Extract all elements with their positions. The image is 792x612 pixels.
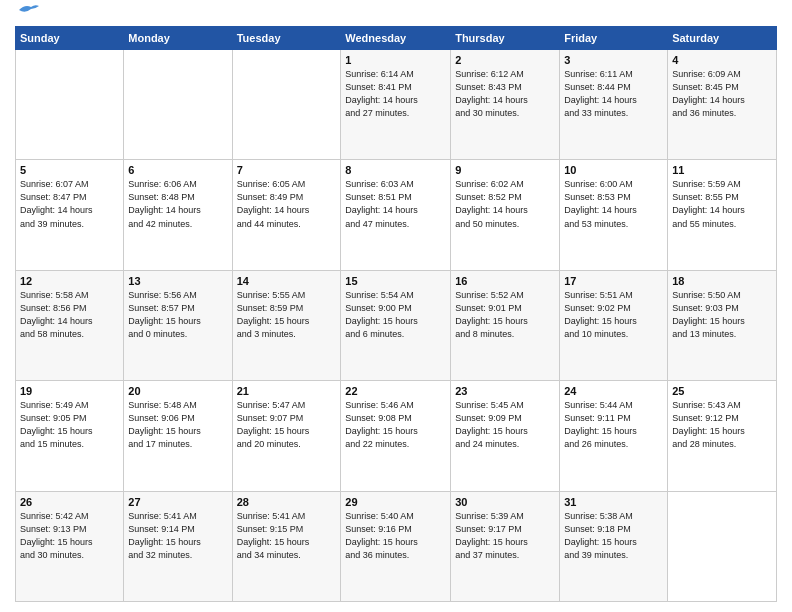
day-info: Sunrise: 6:03 AMSunset: 8:51 PMDaylight:… bbox=[345, 178, 446, 230]
day-info: Sunrise: 5:52 AMSunset: 9:01 PMDaylight:… bbox=[455, 289, 555, 341]
day-info: Sunrise: 6:12 AMSunset: 8:43 PMDaylight:… bbox=[455, 68, 555, 120]
weekday-header-row: SundayMondayTuesdayWednesdayThursdayFrid… bbox=[16, 27, 777, 50]
week-row-3: 12Sunrise: 5:58 AMSunset: 8:56 PMDayligh… bbox=[16, 270, 777, 380]
day-number: 3 bbox=[564, 54, 663, 66]
day-number: 29 bbox=[345, 496, 446, 508]
calendar-cell bbox=[668, 491, 777, 601]
calendar-cell: 27Sunrise: 5:41 AMSunset: 9:14 PMDayligh… bbox=[124, 491, 232, 601]
calendar-cell: 26Sunrise: 5:42 AMSunset: 9:13 PMDayligh… bbox=[16, 491, 124, 601]
day-info: Sunrise: 5:55 AMSunset: 8:59 PMDaylight:… bbox=[237, 289, 337, 341]
day-info: Sunrise: 5:45 AMSunset: 9:09 PMDaylight:… bbox=[455, 399, 555, 451]
calendar-cell: 19Sunrise: 5:49 AMSunset: 9:05 PMDayligh… bbox=[16, 381, 124, 491]
calendar-cell bbox=[232, 50, 341, 160]
day-info: Sunrise: 5:46 AMSunset: 9:08 PMDaylight:… bbox=[345, 399, 446, 451]
calendar-cell: 6Sunrise: 6:06 AMSunset: 8:48 PMDaylight… bbox=[124, 160, 232, 270]
day-info: Sunrise: 6:11 AMSunset: 8:44 PMDaylight:… bbox=[564, 68, 663, 120]
day-info: Sunrise: 5:56 AMSunset: 8:57 PMDaylight:… bbox=[128, 289, 227, 341]
calendar-cell: 13Sunrise: 5:56 AMSunset: 8:57 PMDayligh… bbox=[124, 270, 232, 380]
calendar-cell: 16Sunrise: 5:52 AMSunset: 9:01 PMDayligh… bbox=[451, 270, 560, 380]
calendar-cell: 12Sunrise: 5:58 AMSunset: 8:56 PMDayligh… bbox=[16, 270, 124, 380]
week-row-1: 1Sunrise: 6:14 AMSunset: 8:41 PMDaylight… bbox=[16, 50, 777, 160]
calendar-cell: 30Sunrise: 5:39 AMSunset: 9:17 PMDayligh… bbox=[451, 491, 560, 601]
day-info: Sunrise: 5:59 AMSunset: 8:55 PMDaylight:… bbox=[672, 178, 772, 230]
day-number: 27 bbox=[128, 496, 227, 508]
calendar-cell bbox=[124, 50, 232, 160]
calendar-cell: 21Sunrise: 5:47 AMSunset: 9:07 PMDayligh… bbox=[232, 381, 341, 491]
day-info: Sunrise: 5:54 AMSunset: 9:00 PMDaylight:… bbox=[345, 289, 446, 341]
calendar-cell: 10Sunrise: 6:00 AMSunset: 8:53 PMDayligh… bbox=[560, 160, 668, 270]
day-number: 2 bbox=[455, 54, 555, 66]
day-number: 16 bbox=[455, 275, 555, 287]
day-number: 12 bbox=[20, 275, 119, 287]
day-number: 19 bbox=[20, 385, 119, 397]
calendar-cell: 7Sunrise: 6:05 AMSunset: 8:49 PMDaylight… bbox=[232, 160, 341, 270]
logo bbox=[15, 10, 39, 18]
day-info: Sunrise: 6:02 AMSunset: 8:52 PMDaylight:… bbox=[455, 178, 555, 230]
day-number: 23 bbox=[455, 385, 555, 397]
week-row-5: 26Sunrise: 5:42 AMSunset: 9:13 PMDayligh… bbox=[16, 491, 777, 601]
calendar-cell: 25Sunrise: 5:43 AMSunset: 9:12 PMDayligh… bbox=[668, 381, 777, 491]
calendar-cell: 20Sunrise: 5:48 AMSunset: 9:06 PMDayligh… bbox=[124, 381, 232, 491]
page: SundayMondayTuesdayWednesdayThursdayFrid… bbox=[0, 0, 792, 612]
calendar-cell: 23Sunrise: 5:45 AMSunset: 9:09 PMDayligh… bbox=[451, 381, 560, 491]
day-info: Sunrise: 6:07 AMSunset: 8:47 PMDaylight:… bbox=[20, 178, 119, 230]
day-info: Sunrise: 5:40 AMSunset: 9:16 PMDaylight:… bbox=[345, 510, 446, 562]
day-info: Sunrise: 6:06 AMSunset: 8:48 PMDaylight:… bbox=[128, 178, 227, 230]
day-number: 13 bbox=[128, 275, 227, 287]
day-info: Sunrise: 5:38 AMSunset: 9:18 PMDaylight:… bbox=[564, 510, 663, 562]
calendar-cell: 2Sunrise: 6:12 AMSunset: 8:43 PMDaylight… bbox=[451, 50, 560, 160]
day-number: 1 bbox=[345, 54, 446, 66]
week-row-4: 19Sunrise: 5:49 AMSunset: 9:05 PMDayligh… bbox=[16, 381, 777, 491]
day-number: 4 bbox=[672, 54, 772, 66]
calendar-cell: 24Sunrise: 5:44 AMSunset: 9:11 PMDayligh… bbox=[560, 381, 668, 491]
day-info: Sunrise: 5:42 AMSunset: 9:13 PMDaylight:… bbox=[20, 510, 119, 562]
calendar-cell: 18Sunrise: 5:50 AMSunset: 9:03 PMDayligh… bbox=[668, 270, 777, 380]
day-info: Sunrise: 6:05 AMSunset: 8:49 PMDaylight:… bbox=[237, 178, 337, 230]
week-row-2: 5Sunrise: 6:07 AMSunset: 8:47 PMDaylight… bbox=[16, 160, 777, 270]
weekday-header-sunday: Sunday bbox=[16, 27, 124, 50]
calendar-cell: 5Sunrise: 6:07 AMSunset: 8:47 PMDaylight… bbox=[16, 160, 124, 270]
day-number: 6 bbox=[128, 164, 227, 176]
day-info: Sunrise: 5:41 AMSunset: 9:14 PMDaylight:… bbox=[128, 510, 227, 562]
calendar-table: SundayMondayTuesdayWednesdayThursdayFrid… bbox=[15, 26, 777, 602]
day-info: Sunrise: 6:00 AMSunset: 8:53 PMDaylight:… bbox=[564, 178, 663, 230]
day-number: 15 bbox=[345, 275, 446, 287]
weekday-header-wednesday: Wednesday bbox=[341, 27, 451, 50]
weekday-header-monday: Monday bbox=[124, 27, 232, 50]
day-info: Sunrise: 5:44 AMSunset: 9:11 PMDaylight:… bbox=[564, 399, 663, 451]
weekday-header-friday: Friday bbox=[560, 27, 668, 50]
day-info: Sunrise: 5:43 AMSunset: 9:12 PMDaylight:… bbox=[672, 399, 772, 451]
day-info: Sunrise: 6:09 AMSunset: 8:45 PMDaylight:… bbox=[672, 68, 772, 120]
day-info: Sunrise: 5:48 AMSunset: 9:06 PMDaylight:… bbox=[128, 399, 227, 451]
day-number: 14 bbox=[237, 275, 337, 287]
day-info: Sunrise: 6:14 AMSunset: 8:41 PMDaylight:… bbox=[345, 68, 446, 120]
calendar-cell: 14Sunrise: 5:55 AMSunset: 8:59 PMDayligh… bbox=[232, 270, 341, 380]
calendar-cell bbox=[16, 50, 124, 160]
day-number: 8 bbox=[345, 164, 446, 176]
day-number: 30 bbox=[455, 496, 555, 508]
day-info: Sunrise: 5:47 AMSunset: 9:07 PMDaylight:… bbox=[237, 399, 337, 451]
header bbox=[15, 10, 777, 18]
calendar-cell: 3Sunrise: 6:11 AMSunset: 8:44 PMDaylight… bbox=[560, 50, 668, 160]
day-info: Sunrise: 5:49 AMSunset: 9:05 PMDaylight:… bbox=[20, 399, 119, 451]
day-number: 28 bbox=[237, 496, 337, 508]
day-number: 17 bbox=[564, 275, 663, 287]
day-info: Sunrise: 5:51 AMSunset: 9:02 PMDaylight:… bbox=[564, 289, 663, 341]
day-number: 9 bbox=[455, 164, 555, 176]
day-number: 7 bbox=[237, 164, 337, 176]
calendar-cell: 28Sunrise: 5:41 AMSunset: 9:15 PMDayligh… bbox=[232, 491, 341, 601]
day-info: Sunrise: 5:39 AMSunset: 9:17 PMDaylight:… bbox=[455, 510, 555, 562]
calendar-cell: 31Sunrise: 5:38 AMSunset: 9:18 PMDayligh… bbox=[560, 491, 668, 601]
calendar-cell: 17Sunrise: 5:51 AMSunset: 9:02 PMDayligh… bbox=[560, 270, 668, 380]
day-number: 11 bbox=[672, 164, 772, 176]
calendar-cell: 15Sunrise: 5:54 AMSunset: 9:00 PMDayligh… bbox=[341, 270, 451, 380]
day-number: 10 bbox=[564, 164, 663, 176]
day-number: 24 bbox=[564, 385, 663, 397]
calendar-cell: 22Sunrise: 5:46 AMSunset: 9:08 PMDayligh… bbox=[341, 381, 451, 491]
day-info: Sunrise: 5:41 AMSunset: 9:15 PMDaylight:… bbox=[237, 510, 337, 562]
day-number: 21 bbox=[237, 385, 337, 397]
day-number: 22 bbox=[345, 385, 446, 397]
day-number: 25 bbox=[672, 385, 772, 397]
day-number: 5 bbox=[20, 164, 119, 176]
calendar-cell: 9Sunrise: 6:02 AMSunset: 8:52 PMDaylight… bbox=[451, 160, 560, 270]
